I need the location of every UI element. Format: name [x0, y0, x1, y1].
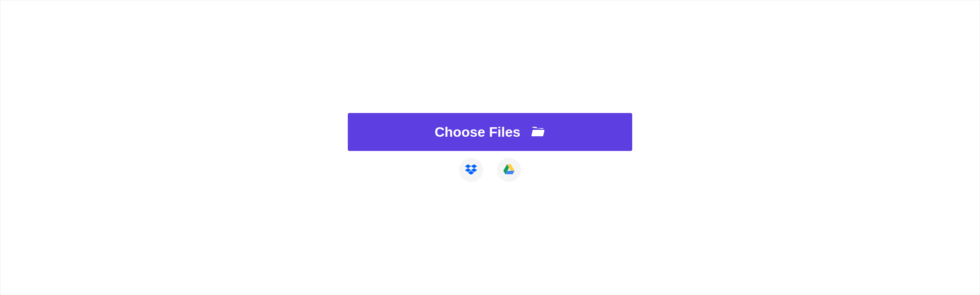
- google-drive-icon: [503, 164, 515, 176]
- upload-container: Choose Files: [348, 113, 632, 182]
- google-drive-button[interactable]: [497, 158, 521, 182]
- folder-open-icon: [531, 126, 546, 138]
- dropbox-button[interactable]: [459, 158, 483, 182]
- choose-files-button[interactable]: Choose Files: [348, 113, 632, 151]
- choose-files-label: Choose Files: [434, 124, 520, 140]
- dropbox-icon: [465, 164, 477, 176]
- cloud-providers: [459, 158, 521, 182]
